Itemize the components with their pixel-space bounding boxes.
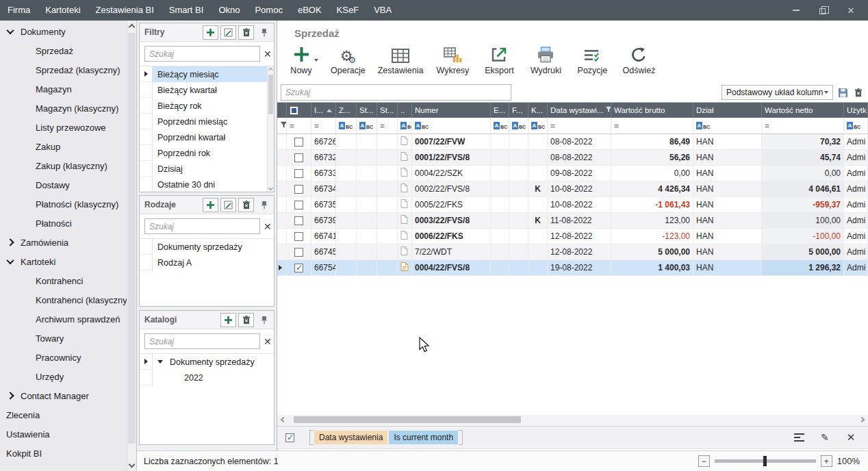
horizontal-scrollbar[interactable] — [277, 415, 868, 425]
sidebar-item-kontrahenci-klasyczny[interactable]: Kontrahenci (klasyczny) — [0, 290, 127, 309]
filter-condition-chip[interactable]: Is current month — [389, 431, 458, 444]
grid-row-66741[interactable]: 667410006/22/FKS12-08-2022-123,00HAN-100… — [277, 229, 868, 244]
filter-field-chip[interactable]: Data wystawienia — [314, 431, 387, 444]
column-header-numer[interactable]: Numer — [412, 103, 491, 118]
sidebar-item-zakup-klasyczny[interactable]: Zakup (klasyczny) — [0, 156, 127, 175]
close-button[interactable]: ✕ — [846, 5, 856, 15]
abc-filter-icon[interactable]: ABC — [359, 122, 373, 129]
delete-button[interactable] — [238, 313, 254, 327]
filter-cell-date[interactable]: = — [548, 118, 611, 133]
rodzaj-item[interactable]: Rodzaj A — [140, 255, 274, 270]
chevron-down-icon[interactable] — [6, 27, 14, 34]
save-layout-button[interactable] — [837, 86, 849, 99]
sidebar-item-pracownicy[interactable]: Pracownicy — [0, 348, 127, 367]
operacje-button[interactable]: ⚙⚙Operacje — [331, 42, 366, 75]
grid-row-66754[interactable]: 667540004/22/FVS/819-08-20221 400,03HAN1… — [277, 260, 868, 276]
abc-filter-icon[interactable]: ABC — [531, 122, 545, 129]
pin-button[interactable] — [256, 198, 272, 212]
edit-button[interactable] — [220, 198, 236, 212]
add-button[interactable] — [203, 198, 218, 212]
sidebar-item-magazyn[interactable]: Magazyn — [0, 79, 127, 99]
filter-cell-numer[interactable]: ABC — [412, 118, 491, 133]
sidebar-item-zamówienia[interactable]: Zamówienia — [0, 233, 127, 252]
filter-item[interactable]: Bieżący rok — [140, 98, 274, 114]
edit-filter-icon[interactable]: ✎ — [819, 431, 831, 444]
row-checkbox[interactable] — [294, 216, 303, 225]
sidebar-item-contact-manager[interactable]: Contact Manager — [0, 386, 127, 405]
edit-button[interactable] — [220, 25, 236, 40]
column-header-user[interactable]: Użytk — [844, 103, 868, 118]
clear-search-icon[interactable]: ✕ — [264, 47, 272, 61]
menu-item-vba[interactable]: VBA — [366, 0, 399, 21]
sidebar-item-dostawy[interactable]: Dostawy — [0, 175, 127, 194]
filtry-search-input[interactable] — [144, 46, 260, 62]
column-header-z[interactable]: Z... — [336, 103, 357, 118]
chevron-right-icon[interactable] — [6, 392, 14, 399]
equals-filter-icon[interactable]: = — [380, 121, 385, 131]
abc-filter-icon[interactable]: ABC — [696, 122, 710, 129]
menu-item-kartoteki[interactable]: Kartoteki — [38, 0, 88, 21]
katalogi-search-input[interactable] — [144, 333, 260, 349]
filter-cell-icon[interactable]: ABC — [398, 118, 412, 133]
menu-item-firma[interactable]: Firma — [0, 0, 38, 21]
scroll-up-icon[interactable] — [129, 24, 136, 31]
row-checkbox[interactable] — [294, 153, 303, 162]
grid-row-66739[interactable]: 667390003/22/FVS/8K11-08-2022123,00HAN10… — [277, 213, 868, 229]
add-button[interactable] — [203, 25, 218, 40]
scroll-left-icon[interactable] — [281, 417, 286, 422]
sidebar-item-kartoteki[interactable]: Kartoteki — [0, 252, 127, 271]
grid-row-66745[interactable]: 667457/22/WDT12-08-20225 000,00HAN5 000,… — [277, 244, 868, 260]
wydruki-button[interactable]: Wydruki — [528, 42, 563, 75]
sidebar-item-sprzedaż-klasyczny[interactable]: Sprzedaż (klasyczny) — [0, 60, 127, 79]
column-header-k[interactable]: K... — [528, 103, 548, 118]
katalog-item[interactable]: 2022 — [140, 370, 274, 385]
filter-enabled-checkbox[interactable] — [285, 433, 294, 442]
row-checkbox[interactable] — [294, 264, 303, 272]
scroll-right-icon[interactable] — [859, 417, 865, 422]
filter-cell-z[interactable]: ABC — [336, 118, 357, 133]
sidebar-item-zakup[interactable]: Zakup — [0, 137, 127, 156]
filter-menu-icon[interactable] — [793, 431, 805, 444]
equals-filter-icon[interactable]: = — [765, 121, 769, 131]
column-header-f[interactable]: F... — [509, 103, 528, 118]
column-header-icon[interactable]: .. — [398, 103, 412, 118]
sidebar-item-magazyn-klasyczny[interactable]: Magazyn (klasyczny) — [0, 99, 127, 118]
grid-row-66733[interactable]: 667330004/22/SZK09-08-20220,00HAN0,00Adm… — [277, 166, 868, 181]
menu-item-smart-bi[interactable]: Smart BI — [162, 0, 212, 21]
grid-search-input[interactable] — [281, 84, 511, 101]
tree-expand-icon[interactable] — [157, 360, 163, 364]
sidebar-item-płatności-klasyczny[interactable]: Płatności (klasyczny) — [0, 194, 127, 214]
rodzaj-item[interactable]: Dokumenty sprzedaży — [140, 239, 274, 255]
zoom-out-button[interactable]: − — [698, 455, 710, 467]
filter-cell-k[interactable]: ABC — [528, 118, 548, 133]
grid-row-66726[interactable]: 667260007/22/FVW08-08-202286,49HAN70,32A… — [277, 134, 868, 150]
row-checkbox[interactable] — [294, 185, 303, 194]
filter-cell-dzial[interactable]: ABC — [693, 118, 762, 133]
column-layout-select[interactable]: Podstawowy układ kolumn — [722, 85, 833, 100]
filter-item[interactable]: Poprzedni rok — [140, 145, 274, 161]
katalog-item[interactable]: Dokumenty sprzedaży — [140, 354, 274, 370]
chevron-right-icon[interactable] — [6, 238, 14, 246]
row-checkbox[interactable] — [294, 232, 303, 241]
filter-item[interactable]: Ostatnie 30 dni — [140, 177, 274, 192]
filter-item[interactable]: Poprzedni kwartał — [140, 129, 274, 145]
column-header-netto[interactable]: Wartość netto — [762, 103, 844, 118]
filter-cell-netto[interactable]: = — [762, 118, 844, 133]
filter-cell-f[interactable]: ABC — [509, 118, 528, 133]
list-scrollbar[interactable] — [267, 66, 274, 192]
abc-filter-icon[interactable]: ABC — [512, 122, 526, 129]
filter-item[interactable]: Bieżący kwartał — [140, 82, 274, 98]
column-header-dzial[interactable]: Dział — [693, 103, 762, 118]
column-filter-icon[interactable] — [605, 106, 611, 114]
nowy-button[interactable]: Nowy — [284, 42, 318, 75]
chevron-down-icon[interactable] — [314, 59, 318, 62]
grid-row-66732[interactable]: 667320001/22/FVS/808-08-202256,26HAN45,7… — [277, 150, 868, 166]
equals-filter-icon[interactable]: = — [314, 121, 319, 131]
minimize-button[interactable] — [791, 5, 801, 15]
zoom-in-button[interactable]: + — [821, 455, 832, 467]
pin-button[interactable] — [256, 25, 272, 40]
select-all-checkbox[interactable] — [290, 106, 298, 115]
sidebar-item-zlecenia[interactable]: Zlecenia — [0, 405, 127, 424]
eksport-button[interactable]: Eksport — [482, 42, 516, 75]
odśwież-button[interactable]: Odśwież — [622, 42, 656, 75]
